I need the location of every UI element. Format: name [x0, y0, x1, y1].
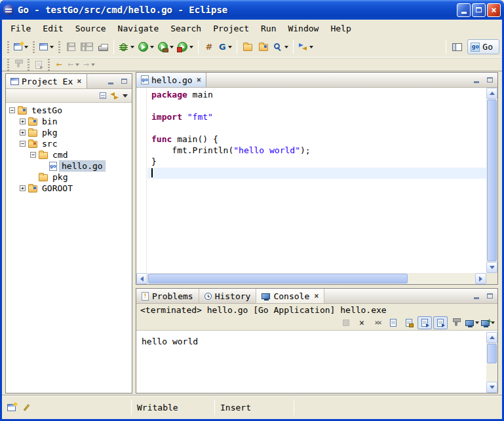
minimize-view-button[interactable]	[105, 76, 117, 86]
debug-button[interactable]	[117, 39, 136, 55]
tree-item-pkg[interactable]: + pkg	[6, 127, 132, 138]
editor-horizontal-scrollbar[interactable]	[136, 273, 486, 284]
tab-problems[interactable]: Problems	[136, 289, 199, 303]
close-icon[interactable]: ×	[197, 77, 201, 83]
tree-item-pkg-src[interactable]: pkg	[6, 172, 132, 183]
clear-console-button[interactable]	[386, 316, 400, 329]
scroll-down-button[interactable]	[486, 262, 497, 273]
view-menu-button[interactable]	[123, 94, 128, 98]
tab-project-explorer[interactable]: Project Ex ×	[6, 74, 87, 88]
scrollbar-thumb[interactable]	[487, 100, 497, 261]
expand-expander[interactable]: +	[20, 119, 26, 124]
tree-item-testgo[interactable]: − testGo	[6, 105, 132, 116]
maximize-console-button[interactable]	[484, 291, 495, 301]
collapse-expander[interactable]: −	[30, 152, 36, 158]
toolbar-grip[interactable]	[58, 41, 60, 53]
scroll-left-button[interactable]	[136, 273, 147, 284]
last-edit-location-button[interactable]: ←	[52, 58, 66, 71]
collapse-expander[interactable]: −	[20, 141, 26, 147]
toolbar-grip[interactable]	[48, 59, 50, 71]
new-wizard-button[interactable]	[12, 39, 30, 55]
pin-console-button[interactable]	[449, 316, 463, 329]
maximize-button[interactable]	[472, 3, 486, 17]
collapse-expander[interactable]: −	[9, 107, 15, 113]
go-element-button[interactable]: G	[217, 39, 234, 55]
remove-launch-button[interactable]: ✕	[355, 316, 369, 329]
minimize-button[interactable]	[457, 3, 471, 17]
save-all-button[interactable]	[79, 39, 95, 55]
menu-edit[interactable]: Edit	[37, 22, 69, 35]
go-package-button[interactable]: #	[201, 39, 217, 55]
fast-view-icon[interactable]	[7, 404, 16, 411]
print-button[interactable]	[95, 39, 111, 55]
scrollbar-thumb[interactable]	[487, 344, 497, 363]
toolbar-grip[interactable]	[7, 59, 9, 71]
menu-source[interactable]: Source	[69, 22, 112, 35]
link-with-editor-button[interactable]	[110, 92, 119, 100]
scroll-up-button[interactable]	[486, 88, 497, 99]
console-vertical-scrollbar[interactable]	[486, 332, 497, 393]
open-folder-button[interactable]	[240, 39, 256, 55]
minimize-editor-button[interactable]	[471, 75, 482, 85]
tree-item-hello-go[interactable]: hello.go	[6, 160, 132, 172]
remove-all-launches-button[interactable]: ✕✕	[370, 316, 385, 329]
scroll-up-button[interactable]	[486, 332, 497, 343]
menu-navigate[interactable]: Navigate	[112, 22, 165, 35]
titlebar[interactable]: Go - testGo/src/cmd/hello.go - Eclipse ×	[0, 0, 504, 20]
menu-window[interactable]: Window	[282, 22, 324, 35]
tree-item-cmd[interactable]: − cmd	[6, 149, 132, 160]
scroll-down-button[interactable]	[486, 382, 497, 393]
new-go-element-button[interactable]	[37, 39, 56, 55]
console-output-area[interactable]: hello world	[136, 332, 497, 393]
show-console-on-output-button[interactable]	[417, 316, 432, 329]
tab-history[interactable]: History	[199, 289, 257, 303]
edit-icon[interactable]	[24, 404, 29, 411]
forward-button[interactable]: →	[81, 58, 97, 71]
tree-item-bin[interactable]: + bin	[6, 116, 132, 127]
toolbar-grip[interactable]	[33, 41, 35, 53]
close-button[interactable]: ×	[487, 3, 501, 17]
open-console-button[interactable]	[480, 316, 495, 329]
display-selected-console-button[interactable]	[465, 316, 479, 329]
pin-editor-button[interactable]	[12, 58, 25, 71]
external-tools-button[interactable]	[176, 39, 195, 55]
editor-vertical-scrollbar[interactable]	[486, 88, 497, 273]
open-perspective-button[interactable]	[449, 39, 465, 55]
tree-item-src[interactable]: − src	[6, 138, 132, 149]
save-button[interactable]	[63, 39, 79, 55]
menu-help[interactable]: Help	[324, 22, 357, 35]
tab-hello-go[interactable]: hello.go ×	[136, 73, 206, 87]
code-area[interactable]: package main import "fmt" func main() { …	[147, 88, 486, 273]
menu-project[interactable]: Project	[207, 22, 255, 35]
menu-file[interactable]: File	[5, 22, 37, 35]
menu-search[interactable]: Search	[165, 22, 207, 35]
search-button[interactable]	[271, 39, 290, 55]
open-resource-button[interactable]	[256, 39, 271, 55]
run-history-button[interactable]	[156, 39, 176, 55]
toolbar-grip[interactable]	[7, 41, 9, 53]
back-button[interactable]: ←	[66, 58, 81, 71]
scroll-right-button[interactable]	[475, 273, 486, 284]
show-console-on-error-button[interactable]	[433, 316, 448, 329]
close-icon[interactable]: ×	[77, 78, 81, 84]
scrollbar-thumb[interactable]	[148, 274, 408, 284]
expand-expander[interactable]: +	[20, 185, 26, 191]
menu-run[interactable]: Run	[255, 22, 282, 35]
team-sync-button[interactable]	[296, 39, 315, 55]
maximize-editor-button[interactable]	[484, 75, 495, 85]
go-perspective-button[interactable]: Go	[467, 39, 499, 54]
tree-item-goroot[interactable]: + GOROOT	[6, 183, 132, 194]
maximize-view-button[interactable]	[118, 76, 130, 86]
collapse-all-button[interactable]	[100, 92, 106, 99]
run-button[interactable]	[136, 39, 156, 55]
close-icon[interactable]: ×	[314, 293, 319, 299]
toolbar-grip[interactable]	[28, 59, 29, 71]
dropdown-arrow-icon	[150, 46, 154, 48]
annotation-ruler[interactable]	[136, 88, 147, 273]
next-annotation-button[interactable]	[32, 58, 45, 71]
tab-console[interactable]: Console ×	[256, 289, 324, 303]
expand-expander[interactable]: +	[20, 130, 26, 136]
terminate-button[interactable]	[339, 316, 353, 329]
scroll-lock-button[interactable]	[402, 316, 416, 329]
minimize-console-button[interactable]	[471, 291, 482, 301]
